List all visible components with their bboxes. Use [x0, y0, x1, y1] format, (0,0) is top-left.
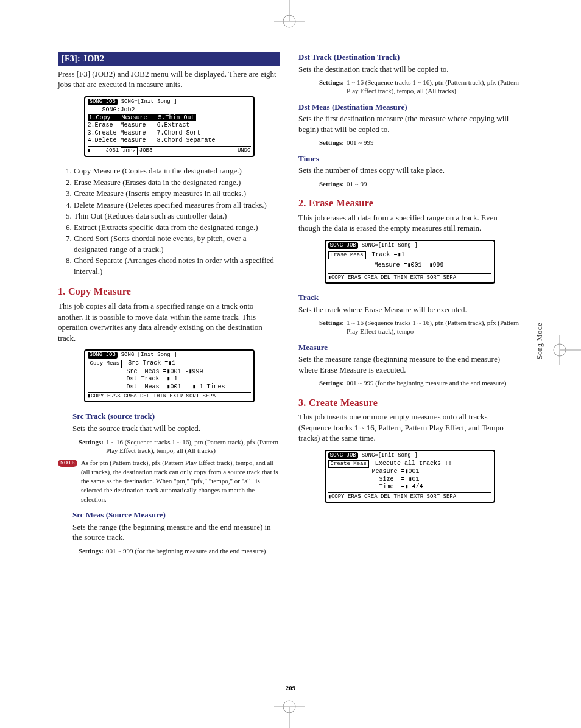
erase-tabs: ▮COPY ERAS CREA DEL THIN EXTR SORT SEPA [328, 273, 491, 281]
heading-create-measure: 3. Create Measure [298, 396, 521, 410]
job-item-4: Delete Measure (Deletes specified measur… [74, 200, 280, 211]
copy-tabs: ▮COPY ERAS CREA DEL THIN EXTR SORT SEPA [88, 392, 251, 400]
job-item-1: Copy Measure (Copies data in the designa… [74, 166, 280, 177]
job-item-5: Thin Out (Reduces data such as controlle… [74, 211, 280, 222]
settings-label: Settings: [319, 78, 344, 96]
param-src-track: Src Track (source track) [72, 411, 280, 422]
side-tab-song-mode: Song Mode [535, 323, 544, 359]
settings-value: 1 ~ 16 (Sequence tracks 1 ~ 16), ptn (Pa… [347, 78, 521, 96]
job-item-7: Chord Sort (Sorts chordal note events, b… [74, 233, 280, 254]
screen-copy-measure: SONG JOB SONG=[Init Song ] Copy Meas Src… [84, 349, 255, 402]
dst-meas-desc: Sets the first destination measure (the … [298, 113, 521, 135]
screen-box-create: Create Meas [328, 460, 369, 468]
job-item-2: Erase Measure (Erases data in the design… [74, 177, 280, 188]
header-bar-job2: [F3]: JOB2 [58, 52, 280, 66]
copy-line-2: Src Meas =▮001 -▮999 [88, 368, 251, 376]
left-column: [F3]: JOB2 Press [F3] (JOB2) and JOB2 me… [58, 52, 280, 559]
create-line-0: Execute all tracks !! [375, 460, 452, 467]
screen-box-copy: Copy Meas [88, 360, 122, 368]
screen-right-create: SONG=[Init Song ] [362, 452, 418, 459]
settings-value: 001 ~ 999 (for the beginning measure and… [106, 547, 280, 555]
erase-track-desc: Sets the track where Erase Measure will … [298, 304, 521, 315]
settings-label: Settings: [79, 438, 104, 455]
screen-box-erase: Erase Meas [328, 251, 366, 259]
job-item-6: Extract (Extracts specific data from the… [74, 222, 280, 233]
screen-right-erase: SONG=[Init Song ] [362, 242, 418, 249]
settings-label: Settings: [319, 180, 344, 188]
param-times: Times [298, 153, 521, 164]
param-src-meas: Src Meas (Source Measure) [72, 509, 280, 520]
src-meas-desc: Sets the range (the beginning measure an… [72, 522, 280, 543]
param-erase-track: Track [298, 292, 521, 303]
screen-sub-line: --- SONG:Job2 --------------------------… [88, 107, 251, 114]
job-item-8: Chord Separate (Arranges chord notes in … [74, 255, 280, 276]
settings-label: Settings: [79, 547, 104, 555]
heading-copy-measure: 1. Copy Measure [58, 285, 280, 298]
create-line-3: Time =▮ 4/4 [328, 483, 491, 491]
erase-measure-param-desc: Sets the measure range (beginning measur… [298, 354, 521, 375]
settings-value: 1 ~ 16 (Sequence tracks 1 ~ 16), ptn (Pa… [106, 438, 280, 455]
settings-label: Settings: [319, 318, 344, 336]
screen-title: SONG JOB [88, 99, 118, 105]
crop-mark-bottom [268, 698, 311, 728]
note-badge: NOTE [58, 460, 77, 467]
dst-meas-settings: Settings: 001 ~ 999 [319, 138, 521, 147]
intro-paragraph: Press [F3] (JOB2) and JOB2 menu will be … [58, 69, 280, 90]
erase-line-1: Track =▮1 [372, 251, 412, 258]
screen-tab-row: ▮ JOB1 JOB2 JOB3 UNDO [88, 146, 251, 155]
screen-row-4: 4.Delete Measure 8.Chord Separate [88, 137, 251, 145]
param-dst-track: Dst Track (Destination Track) [298, 52, 521, 63]
screen-title-erase: SONG JOB [328, 242, 358, 249]
src-meas-settings: Settings: 001 ~ 999 (for the beginning m… [79, 547, 280, 555]
tab-undo: UNDO [238, 147, 251, 154]
screen-title-create: SONG JOB [328, 452, 358, 459]
screen-row-2: 2.Erase Measure 6.Extract [88, 122, 251, 130]
screen-create-measure: SONG JOB SONG=[Init Song ] Create Meas E… [325, 450, 495, 503]
times-desc: Sets the number of times copy will take … [298, 165, 521, 176]
dst-track-settings: Settings: 1 ~ 16 (Sequence tracks 1 ~ 16… [319, 78, 521, 96]
erase-measure-settings: Settings: 001 ~ 999 (for the beginning m… [319, 379, 521, 387]
erase-track-settings: Settings: 1 ~ 16 (Sequence tracks 1 ~ 16… [319, 318, 521, 336]
create-line-1: Measure =▮001 [328, 468, 491, 476]
right-column: Dst Track (Destination Track) Sets the d… [298, 52, 521, 559]
screen-erase-measure: SONG JOB SONG=[Init Song ] Erase Meas Tr… [325, 240, 495, 284]
job-item-3: Create Measure (Inserts empty measures i… [74, 188, 280, 199]
copy-line-4: Dst Meas =▮001 ▮ 1 Times [88, 383, 251, 391]
src-track-desc: Sets the source track that will be copie… [72, 423, 280, 434]
crop-mark-right [551, 329, 581, 371]
copy-line-1: Src Track =▮1 [128, 360, 183, 366]
screen-row-1: 1.Copy Measure 5.Thin Out [88, 114, 196, 121]
heading-erase-measure: 2. Erase Measure [298, 197, 521, 210]
screen-title-copy: SONG JOB [88, 352, 118, 359]
note-text: As for ptn (Pattern track), pfx (Pattern… [81, 458, 280, 503]
screen-song-name: SONG=[Init Song ] [121, 99, 177, 105]
param-dst-meas: Dst Meas (Destination Measure) [298, 102, 521, 113]
tab-job3: JOB3 [139, 147, 153, 154]
erase-measure-desc: This job erases all data from a specifie… [298, 212, 521, 234]
create-line-2: Size = ▮01 [328, 476, 491, 484]
settings-value: 01 ~ 99 [347, 180, 521, 188]
screen-job-menu: SONG JOB SONG=[Init Song ] --- SONG:Job2… [84, 96, 255, 157]
page-content: [F3]: JOB2 Press [F3] (JOB2) and JOB2 me… [58, 52, 521, 559]
times-settings: Settings: 01 ~ 99 [319, 180, 521, 188]
erase-line-2: Measure =▮001 -▮999 [328, 262, 491, 270]
create-tabs: ▮COPY ERAS CREA DEL THIN EXTR SORT SEPA [328, 492, 491, 500]
job-list: Copy Measure (Copies data in the designa… [58, 166, 280, 276]
note-block: NOTE As for ptn (Pattern track), pfx (Pa… [58, 458, 280, 503]
copy-line-3: Dst Track =▮ 1 [88, 376, 251, 383]
settings-label: Settings: [319, 379, 344, 387]
screen-right-copy: SONG=[Init Song ] [121, 352, 177, 359]
settings-label: Settings: [319, 138, 344, 147]
tab-job2: JOB2 [121, 147, 138, 155]
settings-value: 001 ~ 999 [347, 138, 521, 147]
screen-row-3: 3.Create Measure 7.Chord Sort [88, 130, 251, 138]
copy-measure-desc: This job copies all data from a specifie… [58, 301, 280, 343]
page-number: 209 [0, 684, 581, 691]
src-track-settings: Settings: 1 ~ 16 (Sequence tracks 1 ~ 16… [79, 438, 280, 455]
settings-value: 001 ~ 999 (for the beginning measure and… [347, 379, 521, 387]
settings-value: 1 ~ 16 (Sequence tracks 1 ~ 16), ptn (Pa… [347, 318, 521, 336]
param-erase-measure: Measure [298, 342, 521, 353]
create-measure-desc: This job inserts one or more empty measu… [298, 411, 521, 444]
tab-job1: JOB1 [106, 147, 119, 154]
crop-mark-top [268, 0, 311, 30]
